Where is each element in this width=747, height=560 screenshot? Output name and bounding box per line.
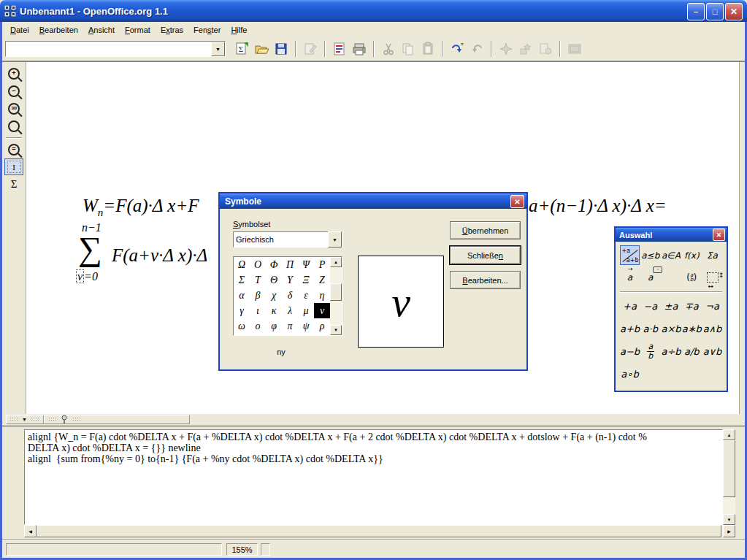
operator-a÷b[interactable]: a÷b bbox=[662, 344, 681, 358]
symbol-grid-scrollbar[interactable]: ▲ ▼ bbox=[330, 257, 342, 335]
url-dropdown-icon[interactable]: ▼ bbox=[211, 42, 225, 56]
dialog-close-icon[interactable]: ✕ bbox=[510, 195, 524, 208]
print-file-icon[interactable] bbox=[350, 40, 368, 58]
symbol-cell-ι[interactable]: ι bbox=[250, 303, 266, 318]
symbol-cell-Τ[interactable]: Τ bbox=[250, 272, 266, 288]
selection-palette-titlebar[interactable]: Auswahl ✕ bbox=[616, 228, 727, 242]
command-hscrollbar[interactable]: ◀ ▶ bbox=[24, 525, 735, 537]
operator-−a[interactable]: −a bbox=[640, 299, 660, 313]
category-formats[interactable]: ↕↔ bbox=[702, 267, 722, 287]
zoom-out-icon[interactable]: − bbox=[4, 83, 23, 99]
scroll-thumb[interactable] bbox=[330, 283, 342, 301]
url-combobox[interactable]: ▼ bbox=[5, 41, 226, 57]
symbol-cell-ν[interactable]: ν bbox=[314, 303, 330, 318]
command-text[interactable]: alignl {W_n = F(a) cdot %DELTA x + F(a +… bbox=[24, 429, 723, 525]
scroll-down-icon[interactable]: ▼ bbox=[330, 325, 342, 335]
category-attributes[interactable]: →a bbox=[620, 267, 640, 287]
scroll-right-icon[interactable]: ▶ bbox=[723, 525, 735, 537]
operator-¬a[interactable]: ¬a bbox=[702, 299, 722, 313]
drag-grip-icon[interactable] bbox=[9, 417, 18, 422]
open-document-icon[interactable] bbox=[253, 40, 270, 58]
bearbeiten-button[interactable]: Bearbeiten... bbox=[450, 271, 521, 289]
symbol-cell-Π[interactable]: Π bbox=[282, 257, 298, 272]
symbol-cell-κ[interactable]: κ bbox=[266, 303, 282, 318]
operator-a−b[interactable]: a−b bbox=[620, 344, 640, 358]
scroll-down-icon[interactable]: ▼ bbox=[723, 514, 735, 525]
symbol-cell-ε[interactable]: ε bbox=[298, 288, 314, 303]
drag-grip-icon[interactable] bbox=[72, 417, 81, 422]
symbol-cell-Σ[interactable]: Σ bbox=[234, 272, 250, 288]
scroll-up-icon[interactable]: ▲ bbox=[330, 257, 342, 267]
maximize-button[interactable]: □ bbox=[706, 3, 724, 20]
menu-fenster[interactable]: Fenster bbox=[188, 24, 226, 36]
symbol-cell-Ξ[interactable]: Ξ bbox=[298, 272, 314, 288]
hide-arrow-icon[interactable]: ▼ bbox=[22, 417, 27, 422]
category-set-operations[interactable]: a∈A bbox=[662, 245, 681, 265]
operator-a·b[interactable]: a·b bbox=[640, 321, 660, 336]
category-relations[interactable]: a≤b bbox=[640, 245, 660, 265]
operator-±a[interactable]: ±a bbox=[662, 299, 681, 313]
symbol-cell-μ[interactable]: μ bbox=[298, 303, 314, 318]
symbolset-dropdown-icon[interactable]: ▼ bbox=[328, 231, 342, 248]
category-unary-binary-operators[interactable]: +aa+b bbox=[620, 245, 640, 265]
drag-grip-icon[interactable] bbox=[48, 417, 57, 422]
menu-hilfe[interactable]: Hilfe bbox=[226, 24, 252, 36]
category-operators[interactable]: Σa bbox=[702, 245, 722, 265]
operator-a∨b[interactable]: a∨b bbox=[702, 344, 722, 358]
formula-cursor-icon[interactable]: I bbox=[4, 158, 23, 175]
title-bar[interactable]: Unbenannt1 - OpenOffice.org 1.1 – □ ✕ bbox=[0, 0, 747, 22]
symbol-cell-λ[interactable]: λ bbox=[282, 303, 298, 318]
operator-a+b[interactable]: a+b bbox=[620, 321, 640, 336]
operator-fraction[interactable]: ab bbox=[640, 344, 660, 358]
operator-a∘b[interactable]: a∘b bbox=[620, 367, 640, 381]
operator-∓a[interactable]: ∓a bbox=[682, 299, 702, 313]
command-vscrollbar[interactable]: ▲ ▼ bbox=[723, 429, 735, 525]
symbol-cell-ψ[interactable]: ψ bbox=[298, 318, 314, 334]
zoom-level[interactable]: 155% bbox=[226, 543, 258, 556]
operator-a/b[interactable]: a/b bbox=[682, 344, 702, 358]
menu-bearbeiten[interactable]: Bearbeiten bbox=[34, 24, 83, 36]
palette-close-icon[interactable]: ✕ bbox=[713, 229, 725, 241]
uebernehmen-button[interactable]: Übernehmen bbox=[450, 221, 521, 239]
operator-a×b[interactable]: a×b bbox=[661, 321, 681, 336]
minimize-button[interactable]: – bbox=[687, 3, 705, 20]
symbol-cell-χ[interactable]: χ bbox=[266, 288, 282, 303]
symbol-cell-Ψ[interactable]: Ψ bbox=[298, 257, 314, 272]
undo-icon[interactable] bbox=[448, 40, 466, 58]
symbol-cell-Θ[interactable]: Θ bbox=[266, 272, 282, 288]
operator-a∧b[interactable]: a∧b bbox=[702, 321, 722, 336]
symbols-catalog-icon[interactable]: Σ bbox=[4, 176, 23, 193]
symbol-cell-π[interactable]: π bbox=[282, 318, 298, 334]
drag-grip-icon[interactable] bbox=[31, 417, 39, 422]
zoom-page-icon[interactable] bbox=[4, 118, 23, 134]
url-input[interactable] bbox=[6, 42, 211, 56]
symbol-cell-Ω[interactable]: Ω bbox=[234, 257, 250, 272]
update-view-icon[interactable]: = bbox=[4, 141, 23, 158]
symbol-cell-Ο[interactable]: Ο bbox=[250, 257, 266, 272]
symbol-cell-ω[interactable]: ω bbox=[234, 318, 250, 334]
zoom-in-icon[interactable]: + bbox=[4, 65, 23, 82]
symbol-cell-Ρ[interactable]: Ρ bbox=[314, 257, 330, 272]
scroll-thumb[interactable] bbox=[723, 440, 735, 497]
new-formula-icon[interactable]: Σ bbox=[233, 40, 250, 58]
symbol-cell-Φ[interactable]: Φ bbox=[266, 257, 282, 272]
menu-format[interactable]: Format bbox=[120, 24, 156, 36]
scroll-up-icon[interactable]: ▲ bbox=[723, 429, 735, 440]
symbol-cell-ρ[interactable]: ρ bbox=[314, 318, 330, 334]
symbol-cell-β[interactable]: β bbox=[250, 288, 266, 303]
menu-datei[interactable]: Datei bbox=[5, 24, 34, 36]
symbol-cell-φ[interactable]: φ bbox=[266, 318, 282, 334]
command-window-dockbar[interactable]: ▼ bbox=[6, 415, 190, 424]
category-functions[interactable]: f(x) bbox=[682, 245, 702, 265]
symbol-cell-α[interactable]: α bbox=[234, 288, 250, 303]
save-document-icon[interactable] bbox=[272, 40, 290, 58]
symbol-cell-ο[interactable]: ο bbox=[250, 318, 266, 334]
menu-extras[interactable]: Extras bbox=[156, 24, 188, 36]
menu-ansicht[interactable]: Ansicht bbox=[83, 24, 120, 36]
export-pdf-icon[interactable] bbox=[331, 40, 348, 58]
close-button[interactable]: ✕ bbox=[725, 3, 743, 20]
pin-icon[interactable] bbox=[61, 415, 69, 425]
symbols-dialog-titlebar[interactable]: Symbole ✕ bbox=[220, 193, 526, 209]
symbol-cell-η[interactable]: η bbox=[314, 288, 330, 303]
symbolset-combobox[interactable]: Griechisch ▼ bbox=[233, 231, 342, 248]
